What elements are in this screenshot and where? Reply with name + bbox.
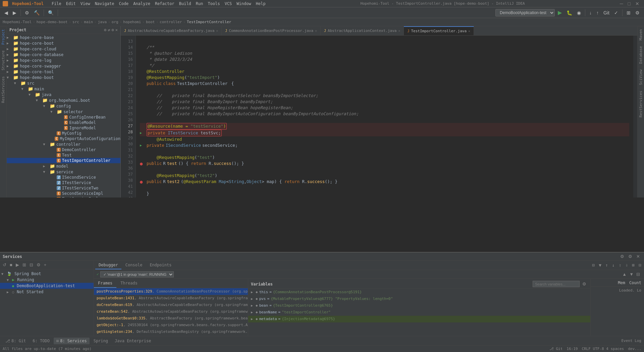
tab-abstract-app-context[interactable]: J AbstractApplicationContext.java ✕ bbox=[321, 26, 404, 36]
dbg-toolbar-icon-8[interactable]: ⊡ bbox=[637, 262, 643, 268]
project-panel-tab[interactable]: Project bbox=[0, 26, 6, 47]
dbg-tab-debugger[interactable]: Debugger bbox=[95, 261, 121, 269]
todo-tab[interactable]: 6: TODO bbox=[30, 338, 52, 344]
svc-springboot-group[interactable]: ▼ 🍃 Spring Boot bbox=[0, 271, 94, 277]
dbg-toolbar-icon-6[interactable]: ⇩ bbox=[624, 262, 630, 268]
run-to-icon[interactable]: ▶ bbox=[140, 142, 145, 148]
tree-item-enablemodel[interactable]: C EnableModel bbox=[7, 120, 120, 125]
project-gear-icon[interactable]: ⚙ bbox=[112, 28, 114, 32]
tree-item-hope-demo-boot[interactable]: ▼ 📁 hope-demo-boot bbox=[7, 75, 120, 80]
tree-item-itestservicetwo[interactable]: I ITestServiceTwo bbox=[7, 185, 120, 191]
frame-item-3[interactable]: createBean:542, AbstractAutowireCapableB… bbox=[94, 308, 248, 315]
svc-filter-btn[interactable]: ⊟ bbox=[28, 262, 35, 268]
frame-item-4[interactable]: lambda$doGetBean$0:335, AbstractBeanFact… bbox=[94, 315, 248, 322]
project-sync-icon[interactable]: ⇄ bbox=[108, 28, 110, 32]
frame-item-6[interactable]: getSingleton:234, DefaultSingletonBeanRe… bbox=[94, 328, 248, 335]
menu-run[interactable]: Run bbox=[194, 1, 205, 7]
var-item-metadata[interactable]: ▶ ◆ metadata = {InjectionMetadata@6975} bbox=[248, 316, 590, 322]
services-gear-btn[interactable]: ⚙ bbox=[627, 253, 634, 260]
dbg-toolbar-icon-4[interactable]: ↓ bbox=[611, 262, 616, 268]
git-status[interactable]: ⎇ Git bbox=[549, 347, 563, 351]
breadcrumb-active[interactable]: TestImportController bbox=[187, 20, 231, 24]
dbg-toolbar-icon-5[interactable]: ⇧ bbox=[618, 262, 623, 268]
dbg-filter[interactable]: ⊟ bbox=[635, 271, 641, 277]
breakpoint-icon[interactable]: ● bbox=[140, 161, 145, 167]
frame-item-1[interactable]: populateBean:1431, AbstractAutowireCapab… bbox=[94, 295, 248, 302]
menu-window[interactable]: Window bbox=[234, 1, 253, 7]
dbg-nav-up[interactable]: ▲ bbox=[621, 271, 628, 277]
commit-button[interactable]: ✓ bbox=[612, 9, 620, 16]
maximize-button[interactable]: □ bbox=[626, 1, 633, 6]
run-to-icon[interactable]: ▶ bbox=[140, 130, 145, 136]
menu-file[interactable]: File bbox=[50, 1, 63, 7]
tree-item-src[interactable]: ▼ 📁 src bbox=[7, 80, 120, 86]
restservices-panel-tab[interactable]: RestServices bbox=[0, 73, 6, 105]
structure-panel-tab[interactable]: Structure bbox=[0, 47, 6, 73]
breakpoint-icon[interactable]: ● bbox=[140, 179, 145, 185]
tree-item-ignoremodel[interactable]: C IgnoreModel bbox=[7, 125, 120, 131]
dbg-tab-console[interactable]: Console bbox=[122, 261, 146, 269]
var-item-bean[interactable]: ▶ ◆ bean = {TestImportController@6765} bbox=[248, 302, 590, 309]
threads-tab[interactable]: Threads bbox=[116, 280, 142, 288]
services-settings-btn[interactable]: ⚙ bbox=[619, 253, 626, 260]
tab-test-import-controller[interactable]: J TestImportController.java ✕ bbox=[404, 26, 474, 36]
menu-view[interactable]: View bbox=[78, 1, 92, 7]
tab-close-1[interactable]: ✕ bbox=[216, 29, 218, 33]
tab-close-3[interactable]: ✕ bbox=[398, 29, 400, 33]
tree-item-main[interactable]: ▼ 📁 main bbox=[7, 86, 120, 92]
var-settings-btn[interactable]: ⚙ bbox=[581, 281, 588, 287]
var-item-pvs[interactable]: ▶ ◆ pvs = {MutablePropertyValues@6777} "… bbox=[248, 296, 590, 302]
tab-common-annotation[interactable]: J CommonAnnotationBeanPostProcessor.java… bbox=[222, 26, 321, 36]
dbg-tab-endpoints[interactable]: Endpoints bbox=[146, 261, 175, 269]
menu-build[interactable]: Build bbox=[177, 1, 193, 7]
breadcrumb-controller[interactable]: controller bbox=[160, 20, 182, 24]
tree-item-democontroller[interactable]: C DemoController bbox=[7, 147, 120, 152]
dbg-nav-down[interactable]: ▼ bbox=[628, 271, 635, 277]
run-indicator-selector[interactable]: ✓ 'main'@1 in group 'main': RUNNING bbox=[100, 271, 174, 277]
project-header[interactable]: Project ⚙ ⇄ ⚙ ✕ bbox=[7, 26, 120, 34]
svc-not-started-group[interactable]: ▶ ○ Not Started bbox=[0, 289, 94, 295]
database-panel-tab[interactable]: Database bbox=[638, 43, 644, 67]
dbg-toolbar-icon-2[interactable]: ▼ bbox=[597, 262, 603, 268]
svc-refresh-btn[interactable]: ↺ bbox=[1, 262, 8, 268]
breadcrumb-boot[interactable]: boot bbox=[146, 20, 155, 24]
services-close-btn[interactable]: ✕ bbox=[635, 253, 641, 260]
svc-stop-btn[interactable]: ■ bbox=[8, 262, 14, 268]
event-log-tab[interactable]: Event Log bbox=[621, 339, 641, 343]
breadcrumb-java[interactable]: java bbox=[98, 20, 107, 24]
menu-help[interactable]: Help bbox=[254, 1, 268, 7]
tree-item-testimportcontroller[interactable]: C TestImportController bbox=[7, 158, 120, 163]
tree-item-hope-core-boot[interactable]: ▶ 📁 hope-core-boot bbox=[7, 40, 120, 46]
project-settings-button[interactable]: ⚙ bbox=[23, 9, 31, 16]
coverage-button[interactable]: ◉ bbox=[575, 9, 583, 16]
services-bottom-tab[interactable]: ⊞ 8: Services bbox=[54, 338, 90, 344]
git-update-button[interactable]: ↓ bbox=[588, 9, 593, 16]
var-item-this[interactable]: ▶ ◆ this = {CommonAnnotationBeanPostProc… bbox=[248, 289, 590, 296]
menu-navigate[interactable]: Navigate bbox=[93, 1, 116, 7]
frame-item-2[interactable]: doCreateBean:619, AbstractAutowireCapabl… bbox=[94, 302, 248, 308]
menu-vcs[interactable]: VCS bbox=[223, 1, 234, 7]
breadcrumb-org[interactable]: org bbox=[112, 20, 118, 24]
tree-item-configinnerbean[interactable]: C ConfigInnerBean bbox=[7, 115, 120, 120]
code-editor[interactable]: /** * @author Ledison * @date 2023/3/24 … bbox=[136, 36, 633, 197]
breadcrumb-hope-demo-boot[interactable]: hope-demo-boot bbox=[37, 20, 68, 24]
menu-edit[interactable]: Edit bbox=[64, 1, 78, 7]
tree-item-test[interactable]: C Test bbox=[7, 152, 120, 158]
menu-refactor[interactable]: Refactor bbox=[153, 1, 176, 7]
terminal-button[interactable]: ⊞ bbox=[625, 9, 632, 16]
settings-button[interactable]: ⚙ bbox=[634, 9, 641, 16]
tab-abstract-autowire[interactable]: J AbstractAutowireCapableBeanFactory.jav… bbox=[121, 26, 222, 36]
spring-tab[interactable]: Spring bbox=[91, 338, 111, 344]
tree-item-itestservice[interactable]: I ITestService bbox=[7, 180, 120, 185]
dbg-toolbar-icon-7[interactable]: ⊞ bbox=[631, 262, 636, 268]
git-push-button[interactable]: ↑ bbox=[595, 9, 600, 16]
debug-button[interactable]: 🐛 bbox=[565, 9, 574, 16]
menu-tools[interactable]: Tools bbox=[206, 1, 222, 7]
project-settings-icon[interactable]: ⚙ bbox=[104, 28, 106, 32]
tree-item-java[interactable]: ▼ 📁 java bbox=[7, 92, 120, 97]
tab-close-2[interactable]: ✕ bbox=[315, 29, 317, 33]
tree-item-hope-core-swagger[interactable]: ▶ 📁 hope-core-swagger bbox=[7, 63, 120, 69]
branch-status[interactable]: dev... bbox=[628, 347, 641, 351]
tree-item-secondserviceimpl[interactable]: C SecondServiceImpl bbox=[7, 191, 120, 196]
tree-item-hope-core-tool[interactable]: ▶ 📁 hope-core-tool bbox=[7, 69, 120, 75]
